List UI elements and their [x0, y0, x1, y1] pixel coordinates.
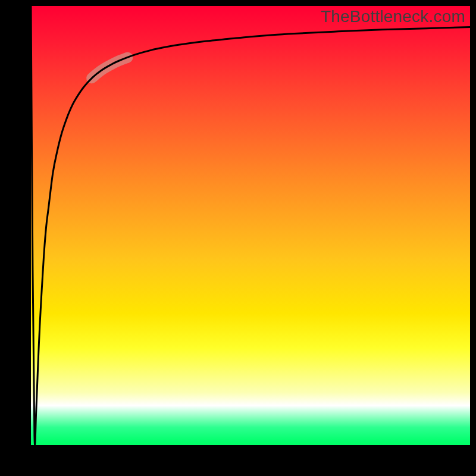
plot-area: TheBottleneck.com: [31, 6, 470, 445]
chart-frame: TheBottleneck.com: [0, 0, 476, 476]
highlight-layer: [92, 58, 127, 79]
curve-highlight: [92, 58, 127, 79]
curve-svg: [31, 6, 470, 445]
